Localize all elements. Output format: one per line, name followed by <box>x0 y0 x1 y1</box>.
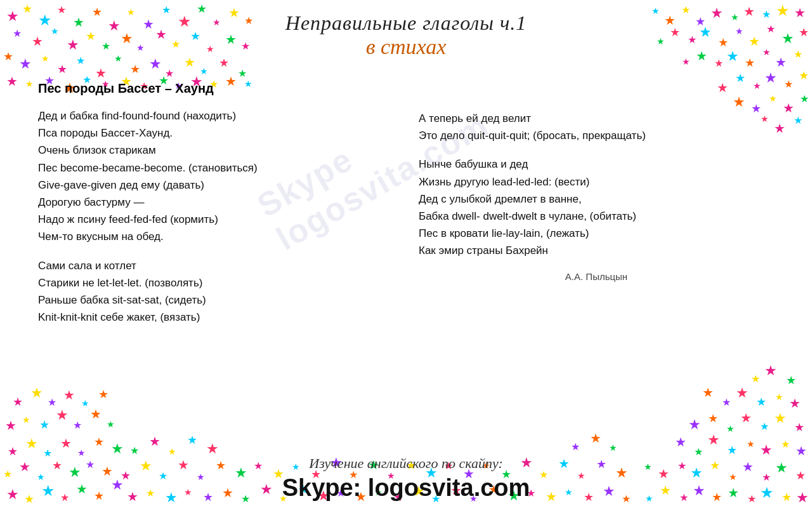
poem-left-column: Пес породы Бассет – Хаунд Дед и бабка fi… <box>38 75 393 449</box>
poem-line: Это дело quit-quit-quit; (бросать, прекр… <box>419 127 774 144</box>
poem-line: Сами сала и котлет <box>38 257 393 274</box>
poem-line: Как эмир страны Бахрейн <box>419 242 774 259</box>
poem-area: Пес породы Бассет – Хаунд Дед и бабка fi… <box>0 62 812 455</box>
poem-line: Раньше бабка sit-sat-sat, (сидеть) <box>38 291 393 309</box>
poem-line: Нынче бабушка и дед <box>419 156 774 173</box>
sub-title: в стихах <box>0 35 812 59</box>
poem-line: Старики не let-let-let. (позволять) <box>38 274 393 291</box>
poem-line: Бабка dwell- dwelt-dwelt в чулане, (обит… <box>419 208 774 225</box>
footer-skype: Skype: logosvita.com <box>0 474 812 502</box>
title-area: Неправильные глаголы ч.1 в стихах <box>0 0 812 62</box>
poem-stanza-2: Сами сала и котлетСтарики не let-let-let… <box>38 257 393 326</box>
poem-line: Дед и бабка find-found-found (находить) <box>38 107 393 124</box>
main-title: Неправильные глаголы ч.1 <box>0 11 812 35</box>
poem-heading: Пес породы Бассет – Хаунд <box>38 81 393 96</box>
poem-stanza-4: Нынче бабушка и дедЖизнь другую lead-led… <box>419 156 774 259</box>
poem-line: Надо ж псину feed-fed-fed (кормить) <box>38 211 393 228</box>
poem-line: Пес become-became-become. (становиться) <box>38 159 393 177</box>
poem-line: Give-gave-given дед ему (давать) <box>38 177 393 194</box>
poem-line: А теперь ей дед велит <box>419 110 774 127</box>
footer-area: Изучение английского по скайпу: Skype: l… <box>0 455 812 508</box>
footer-tagline: Изучение английского по скайпу: <box>0 455 812 472</box>
poem-line: Чем-то вкусным на обед. <box>38 228 393 245</box>
poem-line: Knit-knit-knit себе жакет, (вязать) <box>38 309 393 326</box>
author-attribution: А.А. Пыльцын <box>419 271 774 282</box>
page-content: Неправильные глаголы ч.1 в стихах Пес по… <box>0 0 812 508</box>
poem-right-column: А теперь ей дед велитЭто дело quit-quit-… <box>419 75 774 449</box>
poem-line: Очень близок старикам <box>38 142 393 159</box>
poem-line: Пса породы Бассет-Хаунд. <box>38 124 393 142</box>
poem-stanza-1: Дед и бабка find-found-found (находить)П… <box>38 107 393 246</box>
poem-line: Жизнь другую lead-led-led: (вести) <box>419 173 774 190</box>
poem-line: Дед с улыбкой дремлет в ванне, <box>419 190 774 208</box>
poem-line: Пес в кровати lie-lay-lain, (лежать) <box>419 225 774 242</box>
poem-stanza-3: А теперь ей дед велитЭто дело quit-quit-… <box>419 110 774 144</box>
poem-line: Дорогую бастурму — <box>38 194 393 211</box>
